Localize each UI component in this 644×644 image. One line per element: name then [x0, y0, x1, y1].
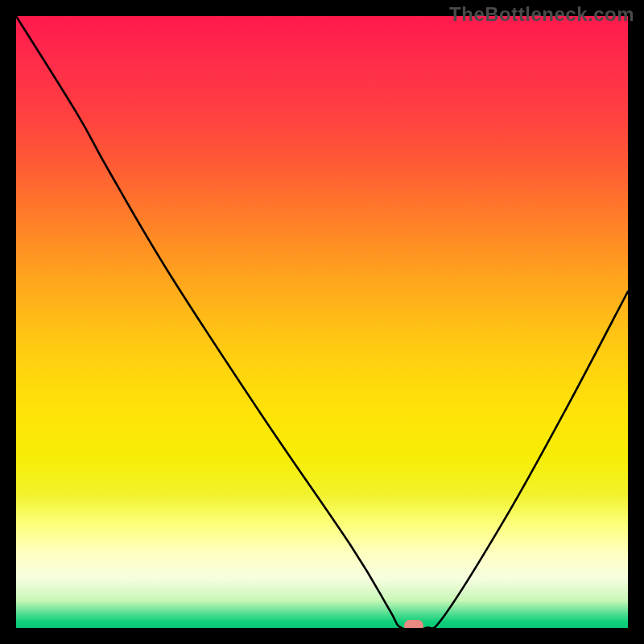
optimal-point-marker — [404, 620, 423, 628]
plot-area — [16, 16, 628, 628]
bottleneck-curve — [16, 16, 628, 628]
watermark-text: TheBottleneck.com — [449, 3, 634, 26]
chart-frame: TheBottleneck.com — [0, 0, 644, 644]
curve-path — [16, 16, 628, 628]
